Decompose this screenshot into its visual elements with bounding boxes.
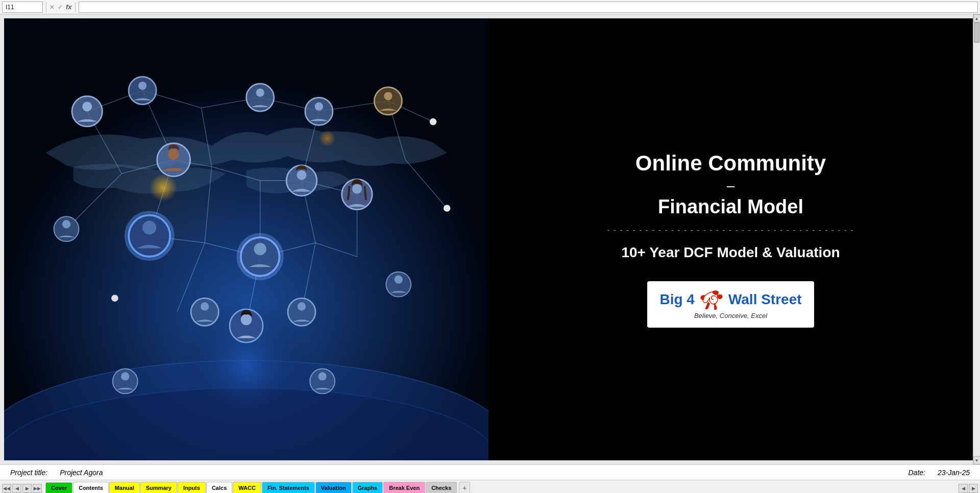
tab-summary[interactable]: Summary: [140, 482, 177, 493]
tab-first-button[interactable]: ◀◀: [2, 484, 11, 493]
svg-point-47: [168, 149, 179, 160]
svg-point-57: [352, 184, 362, 194]
tab-valuation[interactable]: Valuation: [315, 482, 352, 493]
main-area: Online Community – Financial Model - - -…: [0, 14, 980, 464]
formula-input[interactable]: [79, 2, 978, 13]
cover-title-dash: –: [727, 178, 735, 194]
logo-tagline: Believe, Conceive, Excel: [694, 312, 767, 319]
logo-text-row: Big 4 Wall Street: [659, 289, 801, 310]
svg-point-67: [395, 275, 403, 283]
svg-point-49: [142, 220, 156, 234]
tab-cover[interactable]: Cover: [45, 482, 72, 493]
add-sheet-button[interactable]: +: [459, 482, 470, 493]
tab-checks[interactable]: Checks: [426, 482, 457, 493]
tab-manual[interactable]: Manual: [109, 482, 140, 493]
formula-bar: I11 ✕ ✓ fx: [0, 0, 980, 14]
logo-wallstreet-text: Wall Street: [728, 291, 802, 308]
function-icon[interactable]: fx: [66, 3, 72, 11]
svg-point-73: [444, 205, 451, 212]
tab-graphs[interactable]: Graphs: [352, 482, 383, 493]
svg-point-69: [318, 372, 326, 380]
cover-text-side: Online Community – Financial Model - - -…: [488, 18, 973, 460]
spreadsheet-content: Online Community – Financial Model - - -…: [4, 18, 973, 460]
svg-point-52: [297, 170, 306, 180]
scrollbar-down-button[interactable]: ▼: [973, 456, 981, 464]
horizontal-scroll-left[interactable]: ◀: [959, 484, 968, 493]
network-svg: [4, 18, 488, 460]
horizontal-scroll-right[interactable]: ▶: [969, 484, 978, 493]
tab-calcs[interactable]: Calcs: [206, 482, 232, 493]
tab-prev-button[interactable]: ◀: [12, 484, 21, 493]
svg-point-54: [254, 243, 266, 255]
tab-wacc[interactable]: WACC: [233, 482, 261, 493]
date-label: Date:: [908, 469, 925, 477]
scrollbar-right[interactable]: ▲ ▼: [973, 14, 980, 464]
svg-point-74: [111, 294, 118, 302]
tab-inputs[interactable]: Inputs: [178, 482, 206, 493]
cancel-icon[interactable]: ✕: [50, 4, 55, 11]
tab-break-even[interactable]: Break Even: [383, 482, 425, 493]
svg-point-71: [121, 372, 129, 380]
svg-point-39: [138, 82, 146, 90]
scrollbar-thumb[interactable]: [974, 22, 979, 43]
tab-right-arrows: ◀ ▶: [959, 484, 978, 493]
formula-bar-separator2: [75, 2, 76, 12]
svg-point-37: [82, 102, 92, 111]
scrollbar-track: [973, 22, 980, 456]
svg-point-63: [62, 220, 70, 228]
footer-date-section: Date: 23-Jan-25: [908, 469, 970, 477]
tab-contents[interactable]: Contents: [73, 482, 109, 493]
cover-subtitle: 10+ Year DCF Model & Valuation: [621, 244, 840, 261]
formula-bar-icons: ✕ ✓ fx: [50, 3, 72, 11]
confirm-icon[interactable]: ✓: [58, 4, 63, 11]
footer-info-bar: Project title: Project Agora Date: 23-Ja…: [0, 464, 980, 480]
project-title-label: Project title:: [10, 469, 47, 477]
svg-point-75: [703, 295, 705, 297]
tab-next-button[interactable]: ▶: [22, 484, 32, 493]
svg-point-61: [298, 302, 306, 310]
svg-point-43: [315, 103, 323, 111]
cover-slide: Online Community – Financial Model - - -…: [4, 18, 973, 460]
cover-separator: - - - - - - - - - - - - - - - - - - - - …: [607, 226, 854, 234]
cover-title-line2: Financial Model: [658, 196, 803, 218]
cell-reference-box[interactable]: I11: [2, 2, 43, 13]
svg-point-65: [241, 314, 252, 325]
formula-bar-separator: [46, 2, 46, 12]
tab-nav-buttons: ◀◀ ◀ ▶ ▶▶: [2, 484, 42, 493]
logo-big4-text: Big 4: [659, 291, 694, 308]
logo-box: Big 4 Wall Street Belie: [647, 281, 814, 328]
svg-point-41: [256, 88, 264, 96]
scrollbar-up-button[interactable]: ▲: [973, 14, 981, 22]
tab-last-button[interactable]: ▶▶: [33, 484, 42, 493]
tab-fin-statements[interactable]: Fin. Statements: [262, 482, 315, 493]
tabs-bar: ◀◀ ◀ ▶ ▶▶ Cover Contents Manual Summary …: [0, 480, 980, 493]
project-title-value: Project Agora: [60, 469, 103, 477]
date-value: 23-Jan-25: [938, 469, 970, 477]
cover-image-side: [4, 18, 488, 460]
svg-point-59: [201, 302, 209, 310]
svg-point-45: [384, 92, 392, 100]
svg-point-72: [430, 118, 437, 126]
cover-title-line1: Online Community: [635, 151, 826, 176]
eagle-icon: [699, 289, 724, 310]
